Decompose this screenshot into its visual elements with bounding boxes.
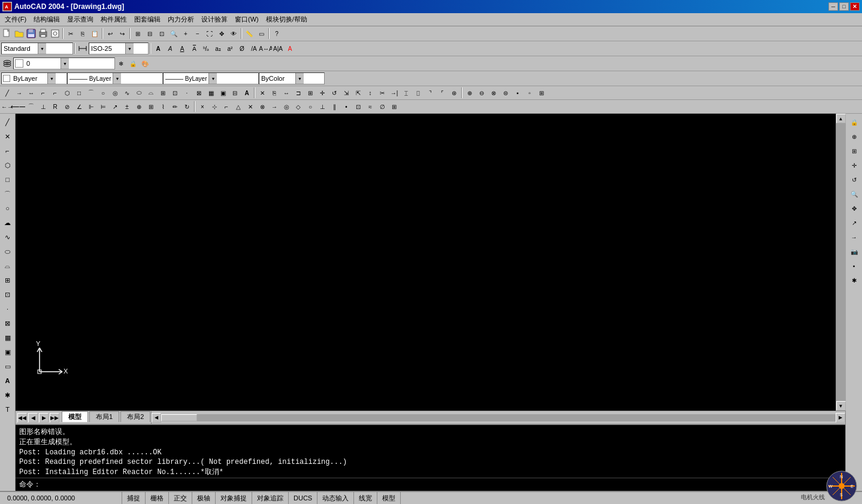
tab-first-btn[interactable]: ◀◀ — [17, 413, 27, 423]
mod-extend-btn[interactable]: →| — [388, 87, 400, 99]
osnap-end-btn[interactable]: ⌐ — [220, 101, 232, 113]
zoom-extend-button[interactable]: ⊡ — [156, 28, 168, 40]
mod-stretch-btn[interactable]: ⇱ — [352, 87, 364, 99]
linetype-arrow[interactable]: ▼ — [113, 73, 121, 84]
menu-window[interactable]: 窗口(W) — [231, 14, 262, 26]
draw-polygon-btn[interactable]: ⬡ — [61, 87, 73, 99]
layer-dropdown[interactable]: 0 ▼ — [13, 57, 115, 69]
draw-donut-btn[interactable]: ◎ — [109, 87, 121, 99]
freeze-button[interactable]: ❄ — [115, 57, 127, 69]
dim-style-arrow[interactable]: ▼ — [125, 43, 134, 54]
text-style-arrow[interactable]: ▼ — [38, 43, 46, 54]
lt-revcloud[interactable]: ☁ — [1, 216, 14, 229]
osnap-cen-btn[interactable]: ◎ — [280, 101, 292, 113]
mod-explode-btn[interactable]: ⊛ — [448, 87, 460, 99]
status-snap[interactable]: 捕捉 — [122, 492, 146, 504]
mod-scale-btn[interactable]: ⇲ — [340, 87, 352, 99]
draw-spline-btn[interactable]: ∿ — [121, 87, 133, 99]
dim-leader-btn[interactable]: ↗ — [109, 101, 121, 113]
osnap-qua-btn[interactable]: ◇ — [292, 101, 304, 113]
mod-extra4-btn[interactable]: ⊜ — [500, 87, 512, 99]
rt-grid[interactable]: ⊞ — [848, 144, 861, 157]
lt-region[interactable]: ▣ — [1, 345, 14, 359]
osnap-all-btn[interactable]: ⊞ — [388, 101, 400, 113]
osnap-from-btn[interactable]: ⊹ — [208, 101, 220, 113]
rt-snap[interactable]: ⊕ — [848, 130, 861, 143]
dim-aligned-btn[interactable]: ⟵⟶ — [13, 101, 25, 113]
layer-arrow[interactable]: ▼ — [61, 58, 69, 69]
mod-erase-btn[interactable]: ✕ — [256, 87, 268, 99]
lt-misc[interactable]: ✱ — [1, 388, 14, 402]
plotstyle-arrow[interactable]: ▼ — [295, 73, 304, 84]
rt-pan[interactable]: ✥ — [848, 202, 861, 215]
dim-baseline-btn[interactable]: ⊩ — [85, 101, 97, 113]
save-button[interactable] — [25, 28, 37, 40]
mod-lengthen-btn[interactable]: ↕ — [364, 87, 376, 99]
osnap-par-btn[interactable]: ∥ — [328, 101, 340, 113]
tab-model[interactable]: 模型 — [62, 411, 88, 422]
osnap-temp-btn[interactable]: × — [196, 101, 208, 113]
paste-button[interactable]: 📋 — [89, 28, 101, 40]
open-button[interactable] — [13, 28, 25, 40]
lt-mtext[interactable]: A — [1, 374, 14, 387]
menu-analysis[interactable]: 内力分析 — [164, 14, 198, 26]
draw-circle-btn[interactable]: ○ — [97, 87, 109, 99]
dist-button[interactable]: 📏 — [243, 28, 255, 40]
draw-mtext-btn[interactable]: A — [241, 87, 253, 99]
mod-offset-btn[interactable]: ⊐ — [292, 87, 304, 99]
dim-center-btn[interactable]: ⊕ — [133, 101, 145, 113]
mod-chamfer-btn[interactable]: ⌝ — [424, 87, 436, 99]
rt-camera[interactable]: 📷 — [848, 245, 861, 258]
draw-insert-block-btn[interactable]: ⊞ — [157, 87, 169, 99]
tab-prev-btn[interactable]: ◀ — [28, 413, 38, 423]
lt-make-block[interactable]: ⊡ — [1, 288, 14, 301]
mod-copy-btn[interactable]: ⎘ — [268, 87, 280, 99]
zoom-realtime-button[interactable]: 🔍 — [168, 28, 180, 40]
dim-edit-btn[interactable]: ✏ — [169, 101, 181, 113]
dim-arc-btn[interactable]: ⌒ — [25, 101, 37, 113]
lt-arc[interactable]: ⌒ — [1, 187, 14, 201]
aerial-view-button[interactable]: 👁 — [228, 28, 240, 40]
maximize-button[interactable]: □ — [839, 2, 849, 11]
lt-rect[interactable]: □ — [1, 173, 14, 186]
pan-button[interactable]: ✥ — [216, 28, 228, 40]
lt-text[interactable]: T — [1, 403, 14, 416]
osnap-mid-btn[interactable]: △ — [232, 101, 244, 113]
lt-circle[interactable]: ○ — [1, 202, 14, 215]
rt-extra[interactable]: ✱ — [848, 274, 861, 287]
lock-button[interactable]: 🔒 — [127, 57, 139, 69]
menu-file[interactable]: 文件(F) — [1, 14, 30, 26]
draw-ellipse-arc-btn[interactable]: ⌓ — [145, 87, 157, 99]
dim-jog-btn[interactable]: ⌇ — [157, 101, 169, 113]
mod-trim-btn[interactable]: ✂ — [376, 87, 388, 99]
draw-arc-btn[interactable]: ⌒ — [85, 87, 97, 99]
layer-props-button[interactable] — [1, 57, 13, 69]
status-model[interactable]: 模型 — [377, 492, 401, 504]
dim-continue-btn[interactable]: ⊨ — [97, 101, 109, 113]
mod-mirror-btn[interactable]: ↔ — [280, 87, 292, 99]
draw-3dpline-btn[interactable]: ⌐ — [49, 87, 61, 99]
draw-ellipse-btn[interactable]: ⬭ — [133, 87, 145, 99]
status-lweight[interactable]: 线宽 — [354, 492, 377, 504]
lt-polyline[interactable]: ⌐ — [1, 144, 14, 157]
overline-button[interactable]: A̅ — [188, 42, 200, 54]
mod-break-pt-btn[interactable]: ⌶ — [400, 87, 412, 99]
zoom-out-button[interactable]: − — [192, 28, 204, 40]
bold-button[interactable]: A — [152, 42, 164, 54]
osnap-int-btn[interactable]: ✕ — [244, 101, 256, 113]
dim-style-dropdown[interactable]: ISO-25 ▼ — [89, 42, 149, 54]
italic-button[interactable]: A — [164, 42, 176, 54]
color-text-button[interactable]: A — [284, 42, 296, 54]
mod-extra5-btn[interactable]: ▪ — [512, 87, 524, 99]
vscroll-up-btn[interactable]: ▲ — [836, 114, 846, 123]
subscript-button[interactable]: a₂ — [212, 42, 224, 54]
mod-array-btn[interactable]: ⊞ — [304, 87, 316, 99]
lt-block-ref[interactable]: ⊞ — [1, 274, 14, 287]
width-button[interactable]: A|A — [272, 42, 284, 54]
dim-angular-btn[interactable]: ∠ — [73, 101, 85, 113]
undo-button[interactable]: ↩ — [104, 28, 116, 40]
status-dyn[interactable]: 动态输入 — [317, 492, 354, 504]
stacked-button[interactable]: ᵇ/ₐ — [200, 42, 212, 54]
mod-extra1-btn[interactable]: ⊕ — [464, 87, 476, 99]
rt-zoom[interactable]: 🔍 — [848, 187, 861, 201]
